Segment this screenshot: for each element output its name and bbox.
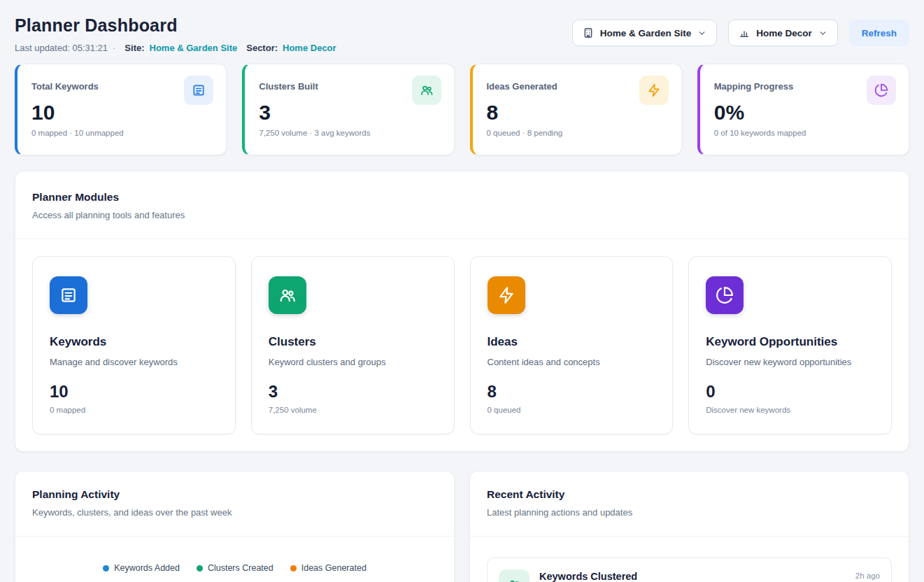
module-value: 3 bbox=[269, 382, 437, 402]
module-description: Discover new keyword opportunities bbox=[706, 357, 874, 367]
users-icon bbox=[499, 569, 529, 582]
module-card-clusters[interactable]: Clusters Keyword clusters and groups 3 7… bbox=[251, 256, 455, 434]
users-icon bbox=[412, 76, 441, 105]
modules-grid: Keywords Manage and discover keywords 10… bbox=[15, 239, 909, 451]
stat-subtext: 0 mapped · 10 unmapped bbox=[31, 129, 213, 137]
activity-item-text: Keywords Clustered 3 new clusters create… bbox=[539, 569, 846, 582]
stat-value: 3 bbox=[259, 101, 441, 124]
stat-card-clusters-built: Clusters Built 3 7,250 volume · 3 avg ke… bbox=[242, 64, 454, 155]
stat-label: Clusters Built bbox=[259, 81, 318, 92]
module-subtext: Discover new keywords bbox=[706, 406, 874, 414]
meta-separator: · bbox=[113, 43, 115, 53]
module-card-keywords[interactable]: Keywords Manage and discover keywords 10… bbox=[32, 256, 236, 434]
stat-subtext: 0 of 10 keywords mapped bbox=[714, 129, 896, 137]
planner-modules-section: Planner Modules Access all planning tool… bbox=[15, 171, 909, 452]
sector-selector-value: Home Decor bbox=[756, 28, 812, 38]
legend-item-keywords-added[interactable]: Keywords Added bbox=[103, 563, 180, 573]
modules-subtitle: Access all planning tools and features bbox=[32, 210, 892, 220]
stats-row: Total Keywords 10 0 mapped · 10 unmapped… bbox=[15, 64, 909, 155]
planning-activity-panel: Planning Activity Keywords, clusters, an… bbox=[15, 471, 455, 582]
planning-activity-subtitle: Keywords, clusters, and ideas over the p… bbox=[32, 507, 437, 518]
modules-title: Planner Modules bbox=[32, 191, 892, 204]
header-left: Planner Dashboard Last updated: 05:31:21… bbox=[15, 15, 336, 53]
planning-activity-title: Planning Activity bbox=[32, 488, 437, 501]
module-description: Content ideas and concepts bbox=[488, 357, 656, 367]
module-card-keyword-opportunities[interactable]: Keyword Opportunities Discover new keywo… bbox=[688, 256, 892, 434]
stat-card-ideas-generated: Ideas Generated 8 0 queued · 8 pending bbox=[470, 64, 682, 155]
activity-item-keywords-clustered[interactable]: Keywords Clustered 3 new clusters create… bbox=[487, 558, 892, 582]
legend-dot-blue bbox=[103, 565, 109, 572]
module-value: 0 bbox=[706, 382, 874, 402]
legend-item-ideas-generated[interactable]: Ideas Generated bbox=[290, 563, 367, 573]
sector-label: Sector: bbox=[246, 43, 278, 53]
module-title: Clusters bbox=[269, 335, 437, 349]
bolt-icon bbox=[488, 276, 525, 314]
legend-dot-orange bbox=[290, 565, 297, 572]
last-updated-text: Last updated: 05:31:21 bbox=[15, 43, 108, 53]
stat-subtext: 0 queued · 8 pending bbox=[487, 129, 669, 137]
modules-header: Planner Modules Access all planning tool… bbox=[15, 171, 909, 239]
stat-subtext: 7,250 volume · 3 avg keywords bbox=[259, 129, 441, 137]
stat-label: Ideas Generated bbox=[487, 81, 557, 92]
page-title: Planner Dashboard bbox=[15, 15, 336, 36]
planning-activity-chart: Keywords Added Clusters Created Ideas Ge… bbox=[15, 537, 454, 582]
stat-label: Mapping Progress bbox=[714, 81, 793, 92]
legend-item-clusters-created[interactable]: Clusters Created bbox=[197, 563, 273, 573]
module-description: Manage and discover keywords bbox=[50, 357, 218, 367]
stat-value: 10 bbox=[31, 101, 213, 124]
site-selector-dropdown[interactable]: Home & Garden Site bbox=[572, 20, 718, 46]
header: Planner Dashboard Last updated: 05:31:21… bbox=[15, 15, 909, 53]
recent-activity-subtitle: Latest planning actions and updates bbox=[487, 507, 892, 518]
sector-link[interactable]: Home Decor bbox=[283, 43, 336, 53]
activity-item-title: Keywords Clustered bbox=[539, 571, 846, 582]
pie-chart-icon bbox=[867, 76, 896, 105]
building-icon bbox=[583, 27, 594, 38]
document-icon bbox=[184, 76, 213, 105]
module-description: Keyword clusters and groups bbox=[269, 357, 437, 367]
refresh-button[interactable]: Refresh bbox=[849, 20, 909, 46]
document-icon bbox=[50, 276, 87, 314]
module-subtext: 0 mapped bbox=[50, 406, 218, 414]
recent-activity-panel: Recent Activity Latest planning actions … bbox=[469, 471, 909, 582]
activity-item-timestamp: 2h ago bbox=[855, 569, 880, 580]
planning-activity-header: Planning Activity Keywords, clusters, an… bbox=[15, 471, 454, 537]
module-subtext: 7,250 volume bbox=[269, 406, 437, 414]
pie-chart-icon bbox=[706, 276, 744, 314]
legend-dot-green bbox=[197, 565, 203, 572]
module-title: Keywords bbox=[50, 335, 218, 349]
recent-activity-list: Keywords Clustered 3 new clusters create… bbox=[470, 537, 909, 582]
stat-card-total-keywords: Total Keywords 10 0 mapped · 10 unmapped bbox=[15, 64, 227, 155]
stat-card-mapping-progress: Mapping Progress 0% 0 of 10 keywords map… bbox=[697, 64, 909, 155]
header-actions: Home & Garden Site Home Decor Refresh bbox=[572, 20, 909, 46]
meta-line: Last updated: 05:31:21 · Site: Home & Ga… bbox=[15, 43, 336, 53]
bar-chart-icon bbox=[739, 27, 750, 38]
site-link[interactable]: Home & Garden Site bbox=[150, 43, 238, 53]
recent-activity-header: Recent Activity Latest planning actions … bbox=[470, 471, 909, 537]
chevron-down-icon bbox=[818, 29, 827, 38]
module-value: 10 bbox=[50, 382, 218, 402]
stat-value: 0% bbox=[714, 101, 896, 124]
recent-activity-title: Recent Activity bbox=[487, 488, 892, 501]
module-title: Keyword Opportunities bbox=[706, 335, 874, 349]
module-subtext: 0 queued bbox=[488, 406, 656, 414]
module-title: Ideas bbox=[488, 335, 656, 349]
bolt-icon bbox=[639, 76, 669, 105]
module-card-ideas[interactable]: Ideas Content ideas and concepts 8 0 que… bbox=[470, 256, 674, 434]
module-value: 8 bbox=[488, 382, 656, 402]
legend-label: Clusters Created bbox=[208, 563, 273, 573]
legend-label: Keywords Added bbox=[114, 563, 180, 573]
chart-legend: Keywords Added Clusters Created Ideas Ge… bbox=[32, 563, 437, 573]
site-label: Site: bbox=[125, 43, 144, 53]
planner-dashboard-page: Planner Dashboard Last updated: 05:31:21… bbox=[0, 0, 924, 582]
users-icon bbox=[269, 276, 306, 314]
legend-label: Ideas Generated bbox=[301, 563, 367, 573]
chevron-down-icon bbox=[697, 29, 706, 38]
bottom-row: Planning Activity Keywords, clusters, an… bbox=[15, 471, 909, 582]
stat-value: 8 bbox=[487, 101, 669, 124]
sector-selector-dropdown[interactable]: Home Decor bbox=[728, 20, 838, 46]
stat-label: Total Keywords bbox=[31, 81, 99, 92]
site-selector-value: Home & Garden Site bbox=[600, 28, 692, 38]
